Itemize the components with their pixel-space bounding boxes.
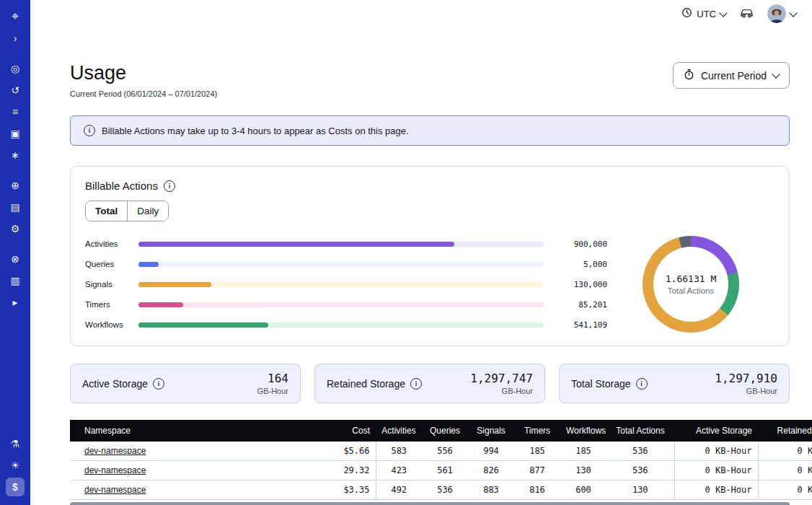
chevron-down-icon <box>789 9 797 17</box>
stat-value-block: 1,297,910GB-Hour <box>715 372 777 395</box>
tab-total[interactable]: Total <box>86 201 127 221</box>
stat-value: 164 <box>257 372 288 385</box>
stat-value: 1,297,910 <box>715 372 777 385</box>
namespace-link[interactable]: dev-namespace <box>84 485 146 495</box>
info-banner: Billable Actions may take up to 3-4 hour… <box>70 115 790 146</box>
sidebar: ⌖›◎↺≡▣∗⊕▤⚙⊗▥▸⚗☀$ <box>0 0 30 505</box>
app-window: ⌖›◎↺≡▣∗⊕▤⚙⊗▥▸⚗☀$ UTC <box>0 0 812 505</box>
temporal-logo-icon[interactable]: ⌖ <box>6 7 25 26</box>
donut-chart-area: 1.66131 M Total Actions <box>607 236 775 333</box>
bar-row: Activities900,000 <box>85 240 607 249</box>
column-header-cost: Cost <box>306 420 376 442</box>
task-queues-icon[interactable]: ≡ <box>6 102 25 121</box>
bar-fill <box>138 262 159 267</box>
stat-unit: GB-Hour <box>715 387 777 395</box>
stat-label-text: Active Storage <box>82 378 148 390</box>
cell-timers: 185 <box>514 442 560 461</box>
table-row: dev-namespace$5.665835569941851855360 KB… <box>70 442 812 461</box>
namespace-link[interactable]: dev-namespace <box>84 446 146 456</box>
docs-icon[interactable]: ▥ <box>6 271 25 290</box>
storage-stat-card: Total Storage1,297,910GB-Hour <box>559 364 790 403</box>
tab-daily[interactable]: Daily <box>127 201 168 221</box>
info-icon[interactable] <box>164 180 175 192</box>
stat-label: Retained Storage <box>327 378 422 390</box>
nexus-icon[interactable]: ∗ <box>6 146 25 164</box>
billable-actions-card: Billable Actions TotalDaily Activities90… <box>70 166 790 346</box>
theme-toggle-icon[interactable]: ☀ <box>6 456 25 475</box>
billing-icon[interactable]: ▤ <box>6 198 25 216</box>
cell-active_storage: 0 KB-Hour <box>674 461 758 480</box>
cell-queries: 556 <box>422 442 468 461</box>
page-title: Usage <box>70 62 217 84</box>
page-title-block: Usage Current Period (06/01/2024 – 07/01… <box>70 62 217 98</box>
info-icon[interactable] <box>153 378 164 390</box>
stat-label-text: Retained Storage <box>327 378 405 390</box>
sidebar-group: ⚗☀$ <box>6 434 25 496</box>
usage-icon[interactable]: $ <box>6 478 25 496</box>
cell-total_actions: 536 <box>606 461 674 480</box>
timezone-label: UTC <box>697 9 716 19</box>
bar-row: Timers85,201 <box>85 300 607 309</box>
namespaces-icon[interactable]: ◎ <box>6 59 25 78</box>
info-icon[interactable] <box>636 378 648 390</box>
table-row: dev-namespace29.324235618268771305360 KB… <box>70 461 812 480</box>
stat-unit: GB-Hour <box>257 387 288 395</box>
labs-icon[interactable]: ⚗ <box>6 434 25 453</box>
bar-category-label: Timers <box>85 300 138 309</box>
bar-track <box>138 262 544 267</box>
column-header-workflows: Workflows <box>560 420 606 442</box>
settings-icon[interactable]: ⚙ <box>6 219 25 238</box>
user-menu[interactable] <box>767 4 796 23</box>
sidebar-group: ⊕▤⚙ <box>6 176 25 238</box>
column-header-active_storage: Active Storage <box>674 420 758 442</box>
cell-activities: 492 <box>376 480 422 500</box>
period-selector-button[interactable]: Current Period <box>673 62 790 89</box>
cell-signals: 883 <box>468 480 514 500</box>
cell-total_actions: 536 <box>606 442 674 461</box>
cell-timers: 877 <box>514 461 560 480</box>
cell-signals: 826 <box>468 461 514 480</box>
cell-active_storage: 0 KB-Hour <box>674 480 758 500</box>
deployments-icon[interactable]: ▣ <box>6 124 25 143</box>
bar-row: Workflows541,109 <box>85 320 607 330</box>
feedback-icon[interactable] <box>739 7 754 21</box>
topbar: UTC <box>30 0 812 27</box>
stat-label: Total Storage <box>571 378 648 390</box>
stat-value-block: 1,297,747GB-Hour <box>470 372 533 395</box>
clock-icon <box>681 7 692 20</box>
cell-cost: 29.32 <box>306 461 376 480</box>
bar-value: 5,000 <box>544 260 607 269</box>
namespace-link[interactable]: dev-namespace <box>84 465 146 475</box>
billable-actions-title: Billable Actions <box>85 180 158 192</box>
cell-namespace: dev-namespace <box>70 461 306 480</box>
column-header-retained_storage: Retained Storage <box>758 420 812 442</box>
collapse-chevron-icon[interactable]: › <box>6 29 25 48</box>
column-header-total_actions: Total Actions <box>606 420 674 442</box>
cloud-ops-icon[interactable]: ⊕ <box>6 176 25 195</box>
stat-value-block: 164GB-Hour <box>257 372 288 395</box>
cell-activities: 583 <box>376 442 422 461</box>
bar-category-label: Workflows <box>85 320 138 329</box>
column-header-signals: Signals <box>468 420 514 442</box>
cell-activities: 423 <box>376 461 422 480</box>
horizontal-scrollbar[interactable] <box>70 502 790 505</box>
cell-queries: 536 <box>422 480 468 500</box>
info-icon[interactable] <box>410 378 422 390</box>
announcements-icon[interactable]: ▸ <box>6 293 25 312</box>
bar-fill <box>138 242 454 247</box>
period-selector-label: Current Period <box>701 70 767 82</box>
timezone-selector[interactable]: UTC <box>681 7 726 20</box>
current-period-subtitle: Current Period (06/01/2024 – 07/01/2024) <box>70 89 217 98</box>
column-header-activities: Activities <box>376 420 422 442</box>
banner-text: Billable Actions may take up to 3-4 hour… <box>102 126 409 136</box>
total-daily-tabs: TotalDaily <box>85 201 169 221</box>
bar-category-label: Signals <box>85 280 138 289</box>
cell-retained_storage: 0 KB-Hour <box>758 442 812 461</box>
schedules-icon[interactable]: ↺ <box>6 81 25 100</box>
stat-value: 1,297,747 <box>470 372 533 385</box>
support-icon[interactable]: ⊗ <box>6 250 25 268</box>
namespace-usage-table: NamespaceCostActivitiesQueriesSignalsTim… <box>70 420 812 500</box>
bar-fill <box>138 282 211 287</box>
stat-unit: GB-Hour <box>470 387 533 395</box>
bar-value: 541,109 <box>544 320 607 330</box>
